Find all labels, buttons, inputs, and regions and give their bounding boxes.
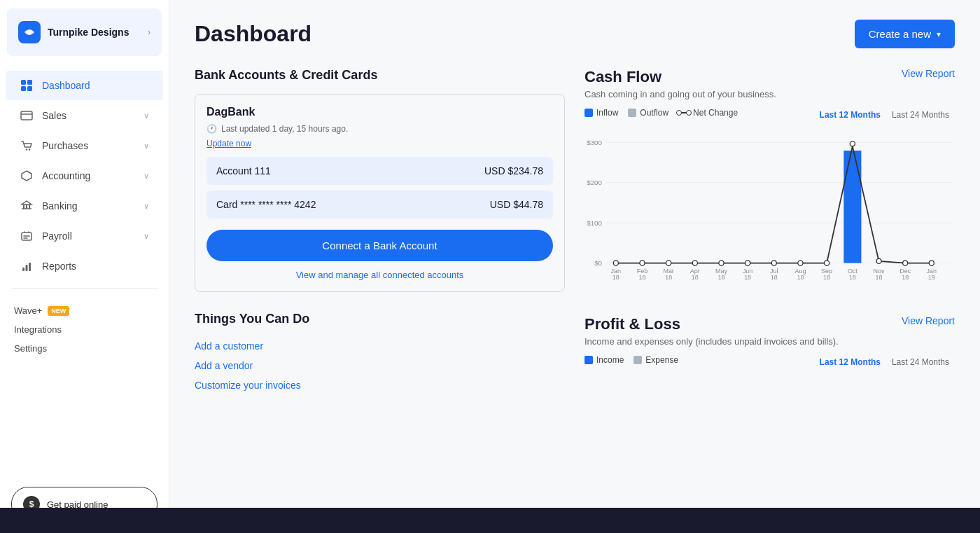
last-updated-text: Last updated 1 day, 15 hours ago. — [221, 124, 348, 134]
legend-expense: Expense — [634, 355, 678, 365]
wave-plus-label: Wave+ — [14, 305, 42, 316]
bottom-bar — [0, 508, 980, 533]
svg-rect-5 — [21, 111, 32, 120]
sidebar-item-label-accounting: Accounting — [42, 170, 90, 181]
payroll-icon — [20, 229, 34, 243]
svg-text:$300: $300 — [587, 139, 602, 146]
net-change-line-icon — [678, 112, 690, 113]
sidebar-item-payroll[interactable]: Payroll ∨ — [6, 221, 163, 251]
sidebar-item-reports[interactable]: Reports — [6, 251, 163, 281]
view-all-accounts-link[interactable]: View and manage all connected accounts — [206, 270, 553, 280]
sidebar-item-label-payroll: Payroll — [42, 230, 72, 242]
brand-logo — [18, 21, 41, 43]
profit-loss-time-toggle: Last 12 Months Last 24 Months — [814, 355, 955, 369]
net-dot-dec — [903, 261, 908, 265]
net-change-label: Net Change — [693, 108, 738, 118]
connect-bank-button[interactable]: Connect a Bank Account — [206, 230, 553, 261]
svg-point-6 — [26, 148, 27, 150]
profit-loss-header: Profit & Loss View Report — [584, 315, 955, 333]
expense-label: Expense — [645, 355, 678, 365]
sidebar-item-banking[interactable]: Banking ∨ — [6, 191, 163, 221]
svg-rect-12 — [22, 268, 24, 271]
cash-flow-view-report-link[interactable]: View Report — [902, 68, 955, 79]
profit-12-months-button[interactable]: Last 12 Months — [814, 355, 886, 369]
bank-card: DagBank 🕐 Last updated 1 day, 15 hours a… — [195, 94, 565, 292]
brand-button[interactable]: Turnpike Designs › — [7, 8, 162, 56]
legend-outflow: Outflow — [628, 108, 668, 118]
things-section: Things You Can Do Add a customer Add a v… — [195, 312, 565, 395]
page-title: Dashboard — [195, 21, 312, 47]
sidebar-item-wave-plus[interactable]: Wave+ NEW — [14, 301, 155, 320]
update-now-link[interactable]: Update now — [206, 139, 251, 148]
cash-flow-header: Cash Flow View Report — [584, 68, 955, 86]
main-content: Dashboard Create a new ▾ Bank Accounts &… — [169, 0, 980, 533]
svg-rect-2 — [27, 80, 32, 85]
svg-rect-10 — [29, 205, 30, 209]
net-dot-feb — [640, 261, 645, 265]
profit-loss-section: Profit & Loss View Report Income and exp… — [584, 315, 955, 369]
expense-dot — [634, 356, 642, 364]
legend-net-change: Net Change — [678, 108, 738, 118]
account-row-1: Account 111 USD $234.78 — [206, 157, 553, 185]
profit-loss-view-report-link[interactable]: View Report — [902, 315, 955, 326]
svg-text:$200: $200 — [587, 179, 602, 186]
settings-label: Settings — [14, 343, 47, 354]
svg-text:19: 19 — [928, 274, 935, 281]
svg-rect-4 — [27, 86, 32, 91]
add-customer-link[interactable]: Add a customer — [195, 336, 565, 356]
svg-text:18: 18 — [876, 274, 883, 281]
net-dot-aug — [798, 261, 803, 265]
brand-name: Turnpike Designs — [48, 27, 141, 38]
svg-text:18: 18 — [718, 274, 724, 281]
svg-text:18: 18 — [665, 274, 672, 281]
cash-flow-chart: $300 $200 $100 $0 — [584, 127, 955, 296]
svg-rect-3 — [21, 86, 26, 91]
net-dot-jun — [746, 261, 750, 265]
sidebar-item-accounting[interactable]: Accounting ∨ — [6, 161, 163, 191]
net-dot-oct — [850, 141, 855, 146]
svg-text:18: 18 — [639, 274, 646, 281]
svg-rect-14 — [29, 263, 31, 271]
legend-income: Income — [584, 355, 624, 365]
sidebar-item-settings[interactable]: Settings — [14, 339, 155, 358]
account-amount-1: USD $234.78 — [484, 165, 543, 176]
sidebar-item-sales[interactable]: Sales ∨ — [6, 101, 163, 130]
payroll-chevron-icon: ∨ — [144, 232, 149, 241]
svg-rect-9 — [26, 205, 27, 209]
svg-text:18: 18 — [849, 274, 856, 281]
profit-loss-legend-row: Income Expense Last 12 Months Last 24 Mo… — [584, 355, 955, 369]
sidebar-item-label-dashboard: Dashboard — [42, 80, 90, 91]
net-dot-jan19 — [929, 261, 934, 265]
nav-items: Dashboard Sales ∨ Purchases ∨ Accounting… — [0, 64, 169, 478]
net-dot-sep — [825, 261, 830, 265]
bank-name: DagBank — [206, 106, 553, 118]
accounting-icon — [20, 169, 34, 183]
profit-loss-subtitle: Income and expenses only (includes unpai… — [584, 336, 955, 347]
outflow-label: Outflow — [640, 108, 668, 118]
account-name-1: Account 111 — [216, 165, 271, 176]
sidebar-item-dashboard[interactable]: Dashboard — [6, 71, 163, 100]
banking-icon — [20, 199, 34, 213]
profit-24-months-button[interactable]: Last 24 Months — [886, 355, 955, 369]
customize-invoices-link[interactable]: Customize your invoices — [195, 375, 565, 395]
main-header: Dashboard Create a new ▾ — [195, 20, 955, 48]
brand-chevron-icon: › — [148, 27, 150, 37]
sales-chevron-icon: ∨ — [144, 111, 149, 120]
create-new-button[interactable]: Create a new ▾ — [855, 20, 955, 48]
svg-text:18: 18 — [771, 274, 778, 281]
svg-text:18: 18 — [744, 274, 751, 281]
purchases-icon — [20, 139, 34, 153]
svg-text:18: 18 — [797, 274, 804, 281]
cash-flow-svg: $300 $200 $100 $0 — [584, 127, 955, 296]
sidebar-item-purchases[interactable]: Purchases ∨ — [6, 131, 163, 160]
add-vendor-link[interactable]: Add a vendor — [195, 356, 565, 375]
purchases-chevron-icon: ∨ — [144, 141, 149, 151]
net-change-line — [616, 146, 932, 263]
time-12-months-button[interactable]: Last 12 Months — [814, 108, 886, 122]
bank-section-title: Bank Accounts & Credit Cards — [195, 68, 565, 83]
time-24-months-button[interactable]: Last 24 Months — [886, 108, 955, 122]
cash-flow-subtitle: Cash coming in and going out of your bus… — [584, 89, 955, 99]
net-dot-mar — [666, 261, 671, 265]
sidebar-item-integrations[interactable]: Integrations — [14, 320, 155, 339]
banking-chevron-icon: ∨ — [144, 202, 149, 211]
